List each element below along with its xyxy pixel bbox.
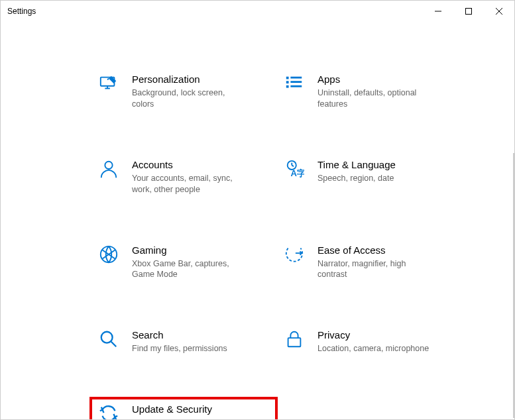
tile-desc: Find my files, permissions (132, 343, 245, 354)
close-button[interactable] (484, 1, 514, 22)
svg-point-20 (101, 332, 113, 343)
time-language-icon: A字 (283, 159, 306, 182)
tile-gaming[interactable]: Gaming Xbox Game Bar, captures, Game Mod… (91, 239, 276, 290)
tile-update-security[interactable]: Update & Security Windows Update, recove… (91, 398, 276, 420)
tile-title: Search (132, 329, 270, 341)
tile-time-language[interactable]: A字 Time & Language Speech, region, date (276, 154, 462, 205)
svg-point-14 (105, 162, 112, 169)
svg-rect-11 (290, 77, 302, 79)
window-title: Settings (7, 7, 423, 16)
ease-of-access-icon (283, 244, 306, 267)
window-controls (423, 1, 514, 22)
svg-rect-9 (286, 81, 289, 83)
maximize-button[interactable] (453, 1, 484, 22)
tile-desc: Uninstall, defaults, optional features (317, 87, 430, 110)
svg-rect-1 (466, 9, 472, 15)
tile-privacy[interactable]: Privacy Location, camera, microphone (276, 324, 462, 364)
svg-text:A字: A字 (290, 168, 304, 178)
svg-rect-22 (288, 338, 301, 346)
svg-line-21 (111, 342, 117, 347)
privacy-icon (283, 329, 306, 352)
svg-rect-8 (286, 77, 289, 79)
tile-apps[interactable]: Apps Uninstall, defaults, optional featu… (276, 68, 462, 119)
svg-rect-12 (290, 81, 302, 83)
tile-desc: Windows Update, recovery, backup (132, 417, 245, 420)
tile-desc: Speech, region, date (317, 173, 430, 184)
minimize-button[interactable] (423, 1, 453, 22)
tile-title: Apps (317, 74, 455, 85)
svg-rect-10 (286, 85, 289, 88)
scrollbar[interactable] (513, 153, 514, 418)
tile-desc: Narrator, magnifier, high contrast (317, 258, 430, 281)
gaming-icon (97, 244, 120, 267)
tile-title: Ease of Access (317, 244, 455, 256)
update-security-icon (97, 403, 120, 420)
tile-ease-of-access[interactable]: Ease of Access Narrator, magnifier, high… (276, 239, 462, 290)
tile-desc: Your accounts, email, sync, work, other … (132, 173, 245, 195)
tile-accounts[interactable]: Accounts Your accounts, email, sync, wor… (91, 154, 276, 205)
tile-desc: Location, camera, microphone (317, 343, 430, 354)
svg-line-7 (107, 79, 109, 80)
settings-grid-container: Personalization Background, lock screen,… (1, 22, 514, 420)
personalization-icon (97, 74, 120, 96)
tile-title: Privacy (317, 329, 455, 341)
search-icon (97, 329, 120, 352)
tile-search[interactable]: Search Find my files, permissions (91, 324, 276, 364)
svg-line-17 (292, 165, 294, 166)
tile-title: Update & Security (132, 403, 270, 415)
tile-desc: Background, lock screen, colors (132, 87, 245, 110)
accounts-icon (97, 159, 120, 182)
title-bar: Settings (1, 1, 514, 22)
svg-rect-13 (290, 85, 302, 87)
tile-title: Accounts (132, 159, 270, 170)
tile-title: Time & Language (317, 159, 455, 170)
apps-icon (283, 74, 306, 96)
tile-desc: Xbox Game Bar, captures, Game Mode (132, 258, 245, 281)
tile-personalization[interactable]: Personalization Background, lock screen,… (91, 68, 276, 119)
tile-title: Personalization (132, 74, 270, 85)
tile-title: Gaming (132, 244, 270, 256)
